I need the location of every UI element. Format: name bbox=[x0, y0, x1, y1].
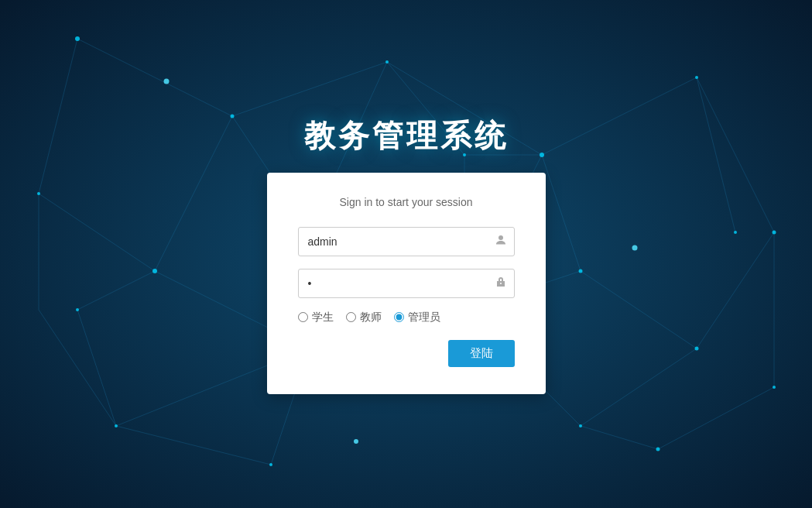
role-student-label[interactable]: 学生 bbox=[298, 311, 334, 324]
role-teacher-radio[interactable] bbox=[346, 312, 356, 322]
svg-point-45 bbox=[579, 424, 582, 427]
svg-point-37 bbox=[385, 60, 389, 64]
svg-point-53 bbox=[773, 386, 776, 389]
svg-point-36 bbox=[231, 115, 235, 118]
svg-point-51 bbox=[76, 308, 79, 311]
role-admin-radio[interactable] bbox=[394, 312, 404, 322]
svg-point-35 bbox=[75, 36, 80, 41]
svg-point-49 bbox=[579, 269, 583, 273]
login-card: Sign in to start your session 学生 bbox=[267, 173, 546, 394]
svg-point-42 bbox=[152, 269, 157, 273]
svg-point-55 bbox=[734, 231, 737, 234]
role-admin-text: 管理员 bbox=[408, 311, 440, 324]
password-input[interactable] bbox=[298, 269, 515, 298]
svg-point-56 bbox=[164, 79, 170, 84]
svg-point-52 bbox=[656, 448, 660, 451]
svg-point-54 bbox=[269, 463, 272, 466]
svg-point-46 bbox=[695, 347, 699, 351]
svg-point-58 bbox=[632, 245, 638, 251]
svg-point-40 bbox=[773, 231, 776, 235]
username-input[interactable] bbox=[298, 227, 515, 256]
role-admin-label[interactable]: 管理员 bbox=[394, 311, 440, 324]
role-teacher-text: 教师 bbox=[360, 311, 382, 324]
svg-point-39 bbox=[695, 76, 698, 79]
svg-point-59 bbox=[354, 439, 358, 444]
app-title: 教务管理系统 bbox=[304, 115, 509, 157]
svg-point-48 bbox=[115, 424, 118, 427]
svg-point-41 bbox=[37, 192, 40, 195]
role-student-text: 学生 bbox=[312, 311, 334, 324]
username-group bbox=[298, 227, 515, 256]
page-wrapper: 教务管理系统 Sign in to start your session 学生 bbox=[267, 115, 546, 394]
login-subtitle: Sign in to start your session bbox=[298, 196, 515, 208]
role-radio-group: 学生 教师 管理员 bbox=[298, 311, 515, 324]
login-button[interactable]: 登陆 bbox=[448, 340, 515, 367]
password-group bbox=[298, 269, 515, 298]
role-teacher-label[interactable]: 教师 bbox=[346, 311, 382, 324]
role-student-radio[interactable] bbox=[298, 312, 308, 322]
